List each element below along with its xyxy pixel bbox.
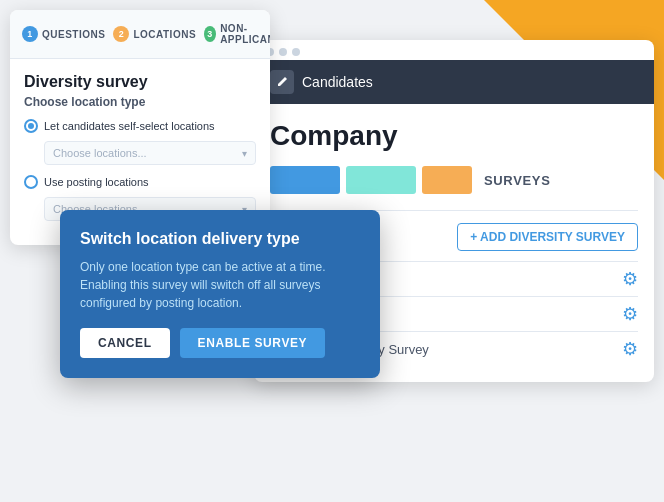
dot-green	[292, 48, 300, 56]
radio-self-select-label: Let candidates self-select locations	[44, 120, 215, 132]
cancel-button[interactable]: CANCEL	[80, 328, 170, 358]
dot-yellow	[279, 48, 287, 56]
gear-icon-2[interactable]: ⚙	[622, 303, 638, 325]
step-3-num: 3	[204, 26, 216, 42]
add-diversity-survey-button[interactable]: + ADD DIVERSITY SURVEY	[457, 223, 638, 251]
company-name: Company	[270, 120, 638, 152]
modal-dialog: Switch location delivery type Only one l…	[60, 210, 380, 378]
modal-title: Switch location delivery type	[80, 230, 360, 248]
bar-orange	[422, 166, 472, 194]
bar-blue	[270, 166, 340, 194]
self-select-placeholder: Choose locations...	[53, 147, 147, 159]
step-2-num: 2	[113, 26, 129, 42]
radio-option-1[interactable]: Let candidates self-select locations	[24, 119, 256, 133]
gear-icon-3[interactable]: ⚙	[622, 338, 638, 360]
radio-posting-locations[interactable]	[24, 175, 38, 189]
step-1-label: QUESTIONS	[42, 29, 105, 40]
step-bar: 1 QUESTIONS 2 LOCATIONS 3 NON-APPLICANTS…	[10, 10, 270, 59]
panel-title: Diversity survey	[24, 73, 256, 91]
radio-posting-label: Use posting locations	[44, 176, 149, 188]
radio-self-select[interactable]	[24, 119, 38, 133]
back-panel-header: Candidates	[254, 60, 654, 104]
window-dots	[254, 40, 654, 60]
enable-survey-button[interactable]: ENABLE SURVEY	[180, 328, 326, 358]
gear-icon-1[interactable]: ⚙	[622, 268, 638, 290]
step-2-label: LOCATIONS	[133, 29, 196, 40]
bar-teal	[346, 166, 416, 194]
candidates-title: Candidates	[302, 74, 373, 90]
radio-option-2[interactable]: Use posting locations	[24, 175, 256, 189]
surveys-label: SURVEYS	[484, 173, 550, 188]
self-select-dropdown[interactable]: Choose locations... ▾	[44, 141, 256, 165]
modal-body: Only one location type can be active at …	[80, 258, 360, 312]
scene: Candidates Company SURVEYS Diversity + A…	[10, 10, 654, 492]
step-1: 1 QUESTIONS	[22, 26, 105, 42]
chevron-down-icon-1: ▾	[242, 148, 247, 159]
step-3-label: NON-APPLICANTS	[220, 23, 270, 45]
step-3: 3 NON-APPLICANTS	[204, 23, 270, 45]
pencil-icon	[270, 70, 294, 94]
step-1-num: 1	[22, 26, 38, 42]
step-2: 2 LOCATIONS	[113, 26, 196, 42]
color-bars: SURVEYS	[270, 166, 638, 194]
modal-actions: CANCEL ENABLE SURVEY	[80, 328, 360, 358]
panel-subtitle: Choose location type	[24, 95, 256, 109]
